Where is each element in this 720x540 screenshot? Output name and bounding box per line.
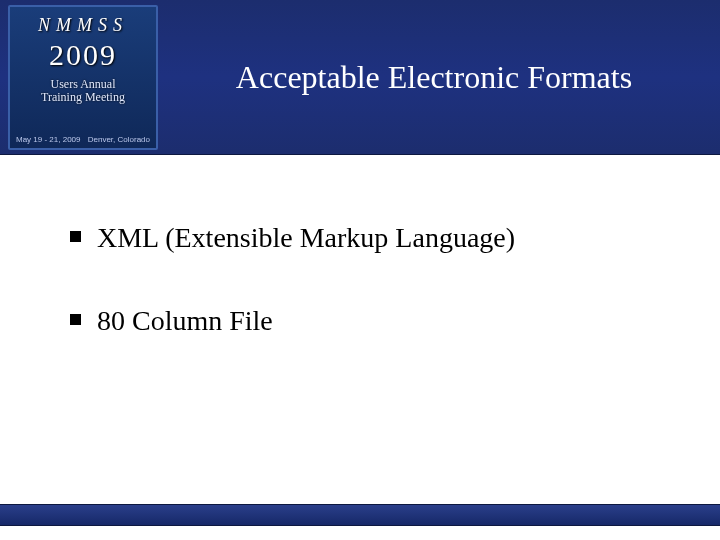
logo-date: May 19 - 21, 2009 bbox=[16, 135, 80, 144]
logo-acronym: NMMSS bbox=[38, 15, 128, 36]
bullet-square-icon bbox=[70, 231, 81, 242]
logo-subtitle-line2: Training Meeting bbox=[41, 90, 125, 104]
logo-subtitle: Users Annual Training Meeting bbox=[41, 78, 125, 106]
slide-header: NMMSS 2009 Users Annual Training Meeting… bbox=[0, 0, 720, 155]
slide-body: XML (Extensible Markup Language) 80 Colu… bbox=[0, 155, 720, 338]
logo-year: 2009 bbox=[49, 38, 117, 72]
title-area: Acceptable Electronic Formats bbox=[158, 59, 720, 96]
bullet-square-icon bbox=[70, 314, 81, 325]
logo-location: Denver, Colorado bbox=[88, 135, 150, 144]
list-item: 80 Column File bbox=[70, 303, 670, 338]
bullet-text: 80 Column File bbox=[97, 303, 273, 338]
slide-footer-bar bbox=[0, 504, 720, 526]
logo-footer: May 19 - 21, 2009 Denver, Colorado bbox=[16, 135, 150, 144]
logo-subtitle-line1: Users Annual bbox=[50, 77, 115, 91]
conference-logo: NMMSS 2009 Users Annual Training Meeting… bbox=[8, 5, 158, 150]
slide-title: Acceptable Electronic Formats bbox=[236, 59, 632, 96]
bullet-text: XML (Extensible Markup Language) bbox=[97, 220, 515, 255]
list-item: XML (Extensible Markup Language) bbox=[70, 220, 670, 255]
